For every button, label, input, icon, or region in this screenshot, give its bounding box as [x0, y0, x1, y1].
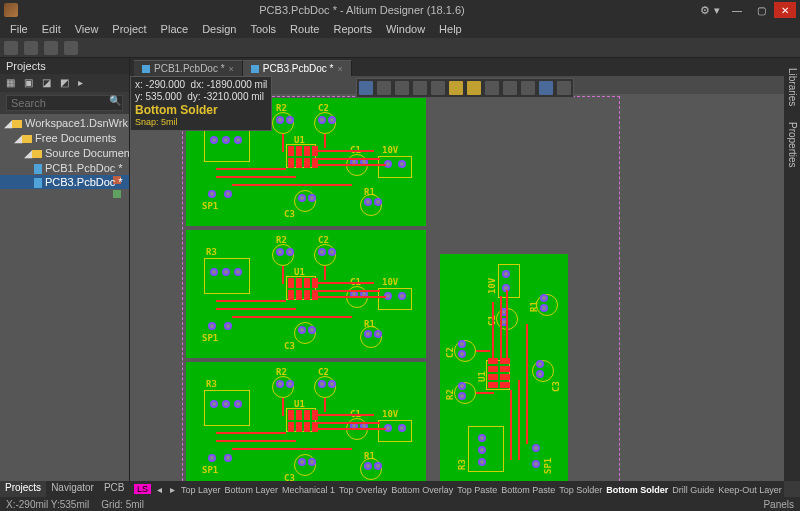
tree-free-documents[interactable]: ◢Free Documents	[0, 131, 129, 146]
menu-view[interactable]: View	[69, 22, 105, 36]
board-outline[interactable]: R3 R2 C2 U1 C1 10V R1 C3 SP1	[440, 254, 568, 481]
document-tabs: PCB1.PcbDoc *× PCB3.PcbDoc *×	[130, 58, 800, 76]
tree-source-documents[interactable]: ◢Source Documents	[0, 146, 129, 161]
menu-project[interactable]: Project	[106, 22, 152, 36]
layer-nav-right-icon[interactable]: ▸	[168, 484, 177, 495]
activebar-select-icon[interactable]	[395, 81, 409, 95]
activebar-layer-icon[interactable]	[503, 81, 517, 95]
tree-doc-pcb1[interactable]: PCB1.PcbDoc *	[0, 161, 129, 175]
menu-design[interactable]: Design	[196, 22, 242, 36]
bottom-tab-navigator[interactable]: Navigator	[46, 481, 99, 497]
tab-close-icon[interactable]: ×	[337, 64, 342, 74]
snap-label: Snap: 5mil	[135, 117, 267, 128]
tab-close-icon[interactable]: ×	[229, 64, 234, 74]
projects-tool-icon[interactable]: ▸	[78, 77, 90, 89]
activebar-3d-icon[interactable]	[521, 81, 535, 95]
side-tab-libraries[interactable]: Libraries	[787, 64, 798, 110]
bottom-panel-tabs: Projects Navigator PCB PCB Filter	[0, 481, 130, 497]
panels-button[interactable]: Panels	[763, 499, 794, 510]
menu-edit[interactable]: Edit	[36, 22, 67, 36]
current-layer-label: Bottom Solder	[135, 103, 267, 117]
layer-tab[interactable]: Mechanical 1	[282, 485, 335, 495]
activebar-route-icon[interactable]	[431, 81, 445, 95]
toolbar-new-icon[interactable]	[4, 41, 18, 55]
app-icon	[4, 3, 18, 17]
side-tab-properties[interactable]: Properties	[787, 118, 798, 172]
projects-tool-icon[interactable]: ◩	[60, 77, 72, 89]
active-bar	[356, 78, 574, 98]
layer-tab[interactable]: Keep-Out Layer	[718, 485, 782, 495]
pcb-canvas[interactable]: R3 R2 C2 U1 C1 10V R1 C3 SP1	[130, 94, 800, 481]
layer-tab[interactable]: Bottom Overlay	[391, 485, 453, 495]
activebar-move-icon[interactable]	[377, 81, 391, 95]
layer-tab[interactable]: Top Paste	[457, 485, 497, 495]
status-grid: Grid: 5mil	[101, 499, 144, 510]
menu-place[interactable]: Place	[155, 22, 195, 36]
activebar-text-icon[interactable]	[539, 81, 553, 95]
projects-search: 🔍	[0, 92, 129, 114]
status-coords: X:-290mil Y:535mil	[6, 499, 89, 510]
projects-tool-icon[interactable]: ▣	[24, 77, 36, 89]
status-bar: X:-290mil Y:535mil Grid: 5mil Panels	[0, 497, 800, 511]
layer-tab[interactable]: Bottom Paste	[501, 485, 555, 495]
layer-tabs: LS ◂ ▸ Top LayerBottom LayerMechanical 1…	[130, 481, 784, 497]
layer-tab[interactable]: Drill Guide	[672, 485, 714, 495]
main-toolbar	[0, 38, 800, 58]
doc-icon	[251, 65, 259, 73]
layer-tab[interactable]: Top Layer	[181, 485, 221, 495]
layer-tab[interactable]: Top Overlay	[339, 485, 387, 495]
minimize-button[interactable]: —	[726, 2, 748, 18]
projects-search-input[interactable]	[6, 95, 123, 111]
tab-pcb3[interactable]: PCB3.PcbDoc *×	[243, 60, 352, 76]
activebar-measure-icon[interactable]	[485, 81, 499, 95]
settings-gear-icon[interactable]: ⚙	[700, 4, 710, 17]
layer-set-button[interactable]: LS	[134, 484, 151, 494]
document-area: PCB1.PcbDoc *× PCB3.PcbDoc *× x: -290.00…	[130, 58, 800, 481]
projects-toolbar: ▦ ▣ ◪ ◩ ▸	[0, 74, 129, 92]
layer-tab[interactable]: Bottom Layer	[225, 485, 279, 495]
activebar-align-icon[interactable]	[413, 81, 427, 95]
right-side-tabs: Libraries Properties	[784, 58, 800, 481]
close-button[interactable]: ✕	[774, 2, 796, 18]
tree-doc-pcb3[interactable]: PCB3.PcbDoc *	[0, 175, 129, 189]
projects-tool-icon[interactable]: ◪	[42, 77, 54, 89]
toolbar-print-icon[interactable]	[64, 41, 78, 55]
modified-marker-icon	[113, 190, 121, 198]
projects-tool-icon[interactable]: ▦	[6, 77, 18, 89]
menu-file[interactable]: File	[4, 22, 34, 36]
menu-window[interactable]: Window	[380, 22, 431, 36]
activebar-dim-icon[interactable]	[467, 81, 481, 95]
title-bar: PCB3.PcbDoc * - Altium Designer (18.1.6)…	[0, 0, 800, 20]
menu-reports[interactable]: Reports	[327, 22, 378, 36]
menu-help[interactable]: Help	[433, 22, 468, 36]
menu-route[interactable]: Route	[284, 22, 325, 36]
tree-workspace[interactable]: ◢Workspace1.DsnWrk	[0, 116, 129, 131]
layer-nav-left-icon[interactable]: ◂	[155, 484, 164, 495]
search-icon: 🔍	[109, 95, 121, 106]
activebar-highlight-icon[interactable]	[449, 81, 463, 95]
maximize-button[interactable]: ▢	[750, 2, 772, 18]
tab-pcb1[interactable]: PCB1.PcbDoc *×	[134, 60, 243, 76]
projects-panel: Projects ▦ ▣ ◪ ◩ ▸ 🔍 ◢Workspace1.DsnWrk …	[0, 58, 130, 481]
projects-tree: ◢Workspace1.DsnWrk ◢Free Documents ◢Sour…	[0, 114, 129, 481]
toolbar-open-icon[interactable]	[24, 41, 38, 55]
layer-tab[interactable]: Bottom Solder	[606, 485, 668, 495]
settings-dropdown-icon[interactable]: ▾	[714, 4, 720, 17]
heads-up-display: x: -290.000 dx: -1890.000 mil y: 535.000…	[130, 76, 272, 131]
doc-icon	[142, 65, 150, 73]
projects-panel-title: Projects	[0, 58, 129, 74]
window-title: PCB3.PcbDoc * - Altium Designer (18.1.6)	[24, 4, 700, 16]
menu-bar: File Edit View Project Place Design Tool…	[0, 20, 800, 38]
activebar-more-icon[interactable]	[557, 81, 571, 95]
menu-tools[interactable]: Tools	[244, 22, 282, 36]
toolbar-save-icon[interactable]	[44, 41, 58, 55]
bottom-tab-projects[interactable]: Projects	[0, 481, 46, 497]
board-outline[interactable]: R3 R2 C2 U1 C1 10V R1 C3 SP1	[186, 362, 426, 481]
activebar-filter-icon[interactable]	[359, 81, 373, 95]
layer-tab[interactable]: Top Solder	[559, 485, 602, 495]
board-outline[interactable]: R3 R2 C2 U1 C1 10V R1 C3 SP1	[186, 230, 426, 358]
bottom-tab-pcb[interactable]: PCB	[99, 481, 130, 497]
